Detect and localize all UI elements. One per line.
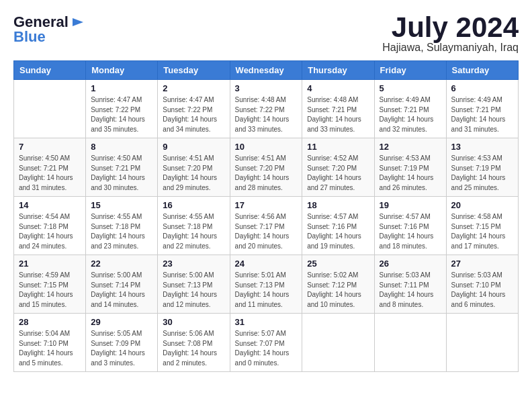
day-number: 14 [19,200,81,210]
day-info: Sunrise: 5:03 AMSunset: 7:11 PMDaylight:… [380,271,441,310]
day-info: Sunrise: 4:50 AMSunset: 7:21 PMDaylight:… [19,154,81,193]
page-header: General Blue July 2024 Hajiawa, Sulayman… [13,13,519,54]
logo-blue: Blue [13,28,46,46]
svg-marker-0 [73,18,83,26]
day-number: 18 [307,200,369,210]
calendar-cell: 29Sunrise: 5:05 AMSunset: 7:09 PMDayligh… [86,314,158,372]
day-number: 24 [235,259,298,269]
day-info: Sunrise: 4:53 AMSunset: 7:19 PMDaylight:… [380,154,441,193]
day-number: 12 [380,142,441,152]
title-section: July 2024 Hajiawa, Sulaymaniyah, Iraq [382,13,519,54]
calendar-cell: 8Sunrise: 4:50 AMSunset: 7:21 PMDaylight… [86,138,158,197]
day-header-monday: Monday [86,61,158,80]
calendar-week-4: 28Sunrise: 5:04 AMSunset: 7:10 PMDayligh… [14,314,519,372]
day-info: Sunrise: 5:01 AMSunset: 7:13 PMDaylight:… [235,271,298,310]
day-header-sunday: Sunday [14,61,86,80]
calendar-cell [446,314,518,372]
calendar-cell: 27Sunrise: 5:03 AMSunset: 7:10 PMDayligh… [446,255,518,314]
calendar-cell: 17Sunrise: 4:56 AMSunset: 7:17 PMDayligh… [230,197,302,255]
day-info: Sunrise: 4:57 AMSunset: 7:16 PMDaylight:… [380,212,441,251]
calendar-cell [302,314,374,372]
day-number: 2 [163,83,224,93]
calendar-cell [374,314,446,372]
day-info: Sunrise: 4:55 AMSunset: 7:18 PMDaylight:… [91,212,152,251]
calendar-cell: 4Sunrise: 4:48 AMSunset: 7:21 PMDaylight… [302,80,374,138]
day-number: 29 [91,317,152,327]
day-header-tuesday: Tuesday [158,61,230,80]
logo-arrow-icon [71,15,85,29]
day-info: Sunrise: 5:03 AMSunset: 7:10 PMDaylight:… [451,271,513,310]
day-number: 20 [451,200,513,210]
calendar-cell: 19Sunrise: 4:57 AMSunset: 7:16 PMDayligh… [374,197,446,255]
day-info: Sunrise: 4:54 AMSunset: 7:18 PMDaylight:… [19,212,81,251]
calendar-cell: 28Sunrise: 5:04 AMSunset: 7:10 PMDayligh… [14,314,86,372]
logo: General Blue [13,13,85,46]
calendar-cell: 2Sunrise: 4:47 AMSunset: 7:22 PMDaylight… [158,80,230,138]
calendar-cell: 1Sunrise: 4:47 AMSunset: 7:22 PMDaylight… [86,80,158,138]
calendar-cell: 18Sunrise: 4:57 AMSunset: 7:16 PMDayligh… [302,197,374,255]
day-header-thursday: Thursday [302,61,374,80]
calendar-cell: 6Sunrise: 4:49 AMSunset: 7:21 PMDaylight… [446,80,518,138]
day-info: Sunrise: 5:06 AMSunset: 7:08 PMDaylight:… [163,329,224,368]
day-info: Sunrise: 4:48 AMSunset: 7:22 PMDaylight:… [235,95,298,134]
calendar-cell: 15Sunrise: 4:55 AMSunset: 7:18 PMDayligh… [86,197,158,255]
calendar-cell: 20Sunrise: 4:58 AMSunset: 7:15 PMDayligh… [446,197,518,255]
day-info: Sunrise: 4:58 AMSunset: 7:15 PMDaylight:… [451,212,513,251]
calendar-week-1: 7Sunrise: 4:50 AMSunset: 7:21 PMDaylight… [14,138,519,197]
calendar-cell: 24Sunrise: 5:01 AMSunset: 7:13 PMDayligh… [230,255,302,314]
day-info: Sunrise: 4:50 AMSunset: 7:21 PMDaylight:… [91,154,152,193]
calendar-header-row: SundayMondayTuesdayWednesdayThursdayFrid… [14,61,519,80]
day-number: 9 [163,142,224,152]
calendar-cell: 11Sunrise: 4:52 AMSunset: 7:20 PMDayligh… [302,138,374,197]
day-info: Sunrise: 5:07 AMSunset: 7:07 PMDaylight:… [235,329,298,368]
calendar-cell: 23Sunrise: 5:00 AMSunset: 7:13 PMDayligh… [158,255,230,314]
day-info: Sunrise: 4:47 AMSunset: 7:22 PMDaylight:… [91,95,152,134]
day-info: Sunrise: 4:51 AMSunset: 7:20 PMDaylight:… [163,154,224,193]
day-number: 16 [163,200,224,210]
day-info: Sunrise: 4:53 AMSunset: 7:19 PMDaylight:… [451,154,513,193]
day-info: Sunrise: 5:05 AMSunset: 7:09 PMDaylight:… [91,329,152,368]
day-info: Sunrise: 4:59 AMSunset: 7:15 PMDaylight:… [19,271,81,310]
calendar-cell [14,80,86,138]
day-info: Sunrise: 5:00 AMSunset: 7:14 PMDaylight:… [91,271,152,310]
day-info: Sunrise: 4:49 AMSunset: 7:21 PMDaylight:… [451,95,513,134]
calendar-cell: 12Sunrise: 4:53 AMSunset: 7:19 PMDayligh… [374,138,446,197]
day-header-wednesday: Wednesday [230,61,302,80]
location-title: Hajiawa, Sulaymaniyah, Iraq [382,42,519,54]
calendar-table: SundayMondayTuesdayWednesdayThursdayFrid… [13,60,519,372]
day-header-friday: Friday [374,61,446,80]
calendar-cell: 14Sunrise: 4:54 AMSunset: 7:18 PMDayligh… [14,197,86,255]
calendar-cell: 21Sunrise: 4:59 AMSunset: 7:15 PMDayligh… [14,255,86,314]
day-number: 11 [307,142,369,152]
day-number: 26 [380,259,441,269]
day-info: Sunrise: 5:00 AMSunset: 7:13 PMDaylight:… [163,271,224,310]
day-number: 15 [91,200,152,210]
day-info: Sunrise: 4:48 AMSunset: 7:21 PMDaylight:… [307,95,369,134]
day-info: Sunrise: 4:47 AMSunset: 7:22 PMDaylight:… [163,95,224,134]
calendar-cell: 16Sunrise: 4:55 AMSunset: 7:18 PMDayligh… [158,197,230,255]
day-number: 17 [235,200,298,210]
day-info: Sunrise: 4:55 AMSunset: 7:18 PMDaylight:… [163,212,224,251]
day-info: Sunrise: 4:51 AMSunset: 7:20 PMDaylight:… [235,154,298,193]
calendar-cell: 25Sunrise: 5:02 AMSunset: 7:12 PMDayligh… [302,255,374,314]
calendar-cell: 26Sunrise: 5:03 AMSunset: 7:11 PMDayligh… [374,255,446,314]
day-number: 4 [307,83,369,93]
calendar-cell: 10Sunrise: 4:51 AMSunset: 7:20 PMDayligh… [230,138,302,197]
day-number: 7 [19,142,81,152]
calendar-cell: 30Sunrise: 5:06 AMSunset: 7:08 PMDayligh… [158,314,230,372]
day-info: Sunrise: 4:52 AMSunset: 7:20 PMDaylight:… [307,154,369,193]
calendar-cell: 13Sunrise: 4:53 AMSunset: 7:19 PMDayligh… [446,138,518,197]
calendar-cell: 3Sunrise: 4:48 AMSunset: 7:22 PMDaylight… [230,80,302,138]
day-number: 6 [451,83,513,93]
day-number: 23 [163,259,224,269]
day-number: 3 [235,83,298,93]
day-info: Sunrise: 4:57 AMSunset: 7:16 PMDaylight:… [307,212,369,251]
day-number: 19 [380,200,441,210]
calendar-week-3: 21Sunrise: 4:59 AMSunset: 7:15 PMDayligh… [14,255,519,314]
calendar-cell: 7Sunrise: 4:50 AMSunset: 7:21 PMDaylight… [14,138,86,197]
day-number: 8 [91,142,152,152]
calendar-cell: 5Sunrise: 4:49 AMSunset: 7:21 PMDaylight… [374,80,446,138]
calendar-cell: 22Sunrise: 5:00 AMSunset: 7:14 PMDayligh… [86,255,158,314]
day-info: Sunrise: 4:49 AMSunset: 7:21 PMDaylight:… [380,95,441,134]
day-number: 28 [19,317,81,327]
